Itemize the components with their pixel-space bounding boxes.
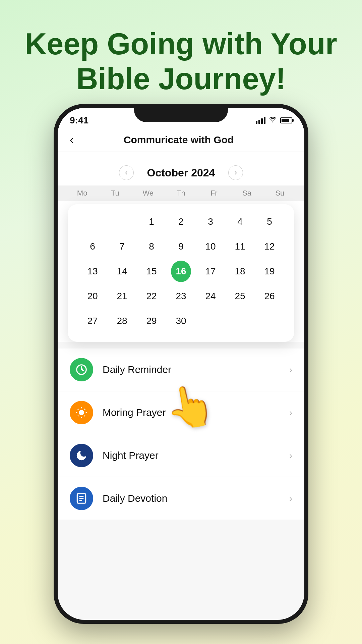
calendar-day[interactable]: 23	[171, 285, 191, 307]
weekday-fr: Fr	[197, 189, 230, 198]
svg-line-9	[84, 409, 85, 410]
calendar-day[interactable]: 16	[171, 261, 191, 282]
calendar-day[interactable]: 22	[141, 285, 162, 307]
next-arrow-icon: ›	[235, 168, 237, 177]
calendar-day[interactable]: 24	[200, 285, 221, 307]
headline-line2: Bible Journey!	[76, 62, 286, 96]
menu-item-label: Night Prayer	[103, 450, 289, 461]
menu-item-label: Daily Devotion	[103, 493, 289, 504]
calendar-day[interactable]: 30	[171, 310, 191, 332]
menu-item-icon	[70, 358, 93, 381]
phone-frame: 9:41	[54, 104, 308, 624]
calendar-day[interactable]: 17	[200, 261, 221, 282]
calendar-day[interactable]: 11	[230, 236, 250, 257]
calendar-day[interactable]: 29	[141, 310, 162, 332]
menu-item-chevron: ›	[289, 365, 292, 375]
menu-item-chevron: ›	[289, 493, 292, 504]
calendar-card: 1234567891011121314151617181920212223242…	[68, 204, 294, 342]
menu-section: Daily Reminder›Moring Prayer›Night Praye…	[58, 345, 304, 524]
calendar-day[interactable]: 8	[141, 236, 162, 257]
headline: Keep Going with Your Bible Journey!	[0, 0, 362, 110]
menu-item-icon	[70, 401, 93, 424]
phone-inner: 9:41	[58, 108, 304, 620]
weekday-tu: Tu	[99, 189, 131, 198]
menu-item-label: Moring Prayer	[103, 407, 289, 418]
calendar-day[interactable]: 25	[230, 285, 250, 307]
calendar-day[interactable]: 10	[200, 236, 221, 257]
wifi-icon	[269, 116, 277, 125]
svg-point-1	[79, 410, 84, 415]
svg-line-7	[84, 416, 85, 416]
weekday-mo: Mo	[66, 189, 99, 198]
calendar-day[interactable]: 18	[230, 261, 250, 282]
month-title: October 2024	[147, 167, 215, 179]
month-nav: ‹ October 2024 ›	[58, 159, 304, 185]
prev-arrow-icon: ‹	[125, 168, 127, 177]
calendar-day[interactable]: 28	[112, 310, 132, 332]
menu-item[interactable]: Daily Devotion›	[58, 477, 304, 520]
back-button[interactable]: ‹	[70, 133, 77, 147]
calendar-day[interactable]: 21	[112, 285, 132, 307]
calendar-day[interactable]: 13	[82, 261, 103, 282]
weekday-sa: Sa	[230, 189, 263, 198]
calendar-day[interactable]: 4	[230, 211, 250, 232]
menu-item[interactable]: Night Prayer›	[58, 434, 304, 477]
calendar-grid: 1234567891011121314151617181920212223242…	[78, 211, 284, 332]
weekday-su: Su	[263, 189, 296, 198]
menu-item[interactable]: Daily Reminder›	[58, 348, 304, 391]
calendar-day[interactable]: 12	[259, 236, 280, 257]
menu-item-chevron: ›	[289, 450, 292, 461]
calendar-day[interactable]: 3	[200, 211, 221, 232]
calendar-day[interactable]: 2	[171, 211, 191, 232]
weekday-we: We	[132, 189, 165, 198]
headline-line1: Keep Going with Your	[25, 27, 337, 61]
calendar-day[interactable]: 14	[112, 261, 132, 282]
menu-item-chevron: ›	[289, 408, 292, 418]
svg-line-8	[78, 416, 78, 416]
calendar-day[interactable]: 19	[259, 261, 280, 282]
calendar-day[interactable]: 5	[259, 211, 280, 232]
battery-icon	[280, 117, 292, 123]
menu-item[interactable]: Moring Prayer›	[58, 391, 304, 434]
phone-notch	[134, 108, 228, 122]
weekday-th: Th	[165, 189, 197, 198]
calendar-section: ‹ October 2024 › Mo Tu We Th Fr	[58, 152, 304, 342]
signal-icon	[256, 117, 265, 124]
background: Keep Going with Your Bible Journey! 9:41	[0, 0, 362, 110]
phone-screen: 9:41	[58, 108, 304, 620]
page-title: Commuricate with God	[77, 134, 280, 146]
menu-item-icon	[70, 444, 93, 467]
status-icons	[256, 116, 292, 125]
weekday-header: Mo Tu We Th Fr Sa Su	[58, 185, 304, 201]
calendar-day[interactable]: 9	[171, 236, 191, 257]
next-month-button[interactable]: ›	[228, 165, 243, 180]
calendar-day[interactable]: 6	[82, 236, 103, 257]
calendar-day[interactable]: 7	[112, 236, 132, 257]
menu-item-label: Daily Reminder	[103, 364, 289, 375]
calendar-day[interactable]: 27	[82, 310, 103, 332]
calendar-day[interactable]: 15	[141, 261, 162, 282]
prev-month-button[interactable]: ‹	[119, 165, 134, 180]
calendar-day[interactable]: 26	[259, 285, 280, 307]
svg-line-6	[78, 409, 78, 410]
calendar-day[interactable]: 20	[82, 285, 103, 307]
status-time: 9:41	[70, 115, 88, 126]
navigation-bar: ‹ Commuricate with God	[58, 128, 304, 152]
menu-item-icon	[70, 487, 93, 510]
calendar-day[interactable]: 1	[141, 211, 162, 232]
